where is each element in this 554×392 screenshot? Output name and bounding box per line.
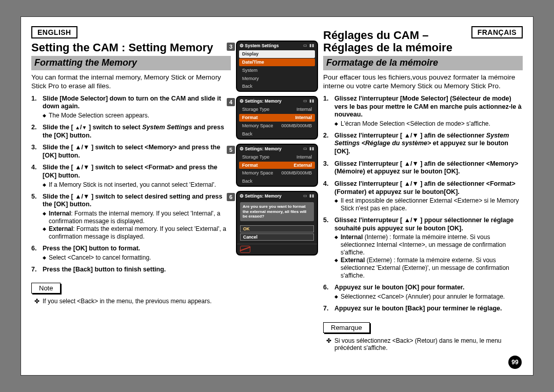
page-number: 99 — [508, 356, 522, 369]
intro-fr: Pour effacer tous les fichiers,vous pouv… — [323, 73, 523, 91]
french-column: FRANÇAIS Réglages du CAM – Réglages de l… — [323, 26, 523, 354]
steps-fr: 1.Glissez l'interrupteur [Mode Selector]… — [323, 95, 523, 313]
english-column: ENGLISH Setting the CAM : Setting Memory… — [31, 26, 231, 354]
steps-en: 1.Slide [Mode Selector] down to turn on … — [31, 95, 231, 274]
note-fr: Si vous sélectionnez <Back> (Retour) dan… — [323, 337, 523, 351]
subtitle-fr: Formatage de la mémoire — [323, 56, 523, 70]
intro-en: You can format the internal memory, Memo… — [31, 73, 231, 91]
note-label-fr: Remarque — [323, 322, 370, 333]
note-label-en: Note — [31, 283, 61, 293]
title-en: Setting the CAM : Setting Memory — [31, 42, 231, 54]
subtitle-en: Formatting the Memory — [31, 56, 231, 70]
manual-page: ENGLISH Setting the CAM : Setting Memory… — [21, 16, 533, 376]
lang-badge-fr: FRANÇAIS — [471, 26, 523, 38]
lang-badge-en: ENGLISH — [31, 26, 77, 38]
note-en: If you select <Back> in the menu, the pr… — [31, 298, 231, 305]
lcd-column: 3⚙ System Settings▭ ▮▮DisplayDate/TimeSy… — [234, 26, 320, 354]
